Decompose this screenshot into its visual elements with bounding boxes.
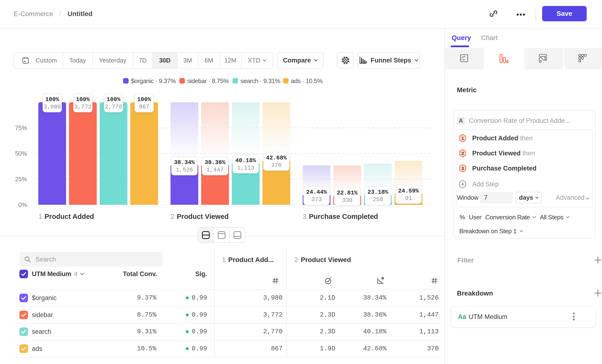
svg-text:3: 3: [462, 166, 464, 171]
svg-text:1: 1: [462, 136, 464, 141]
svg-text:2: 2: [462, 151, 464, 156]
